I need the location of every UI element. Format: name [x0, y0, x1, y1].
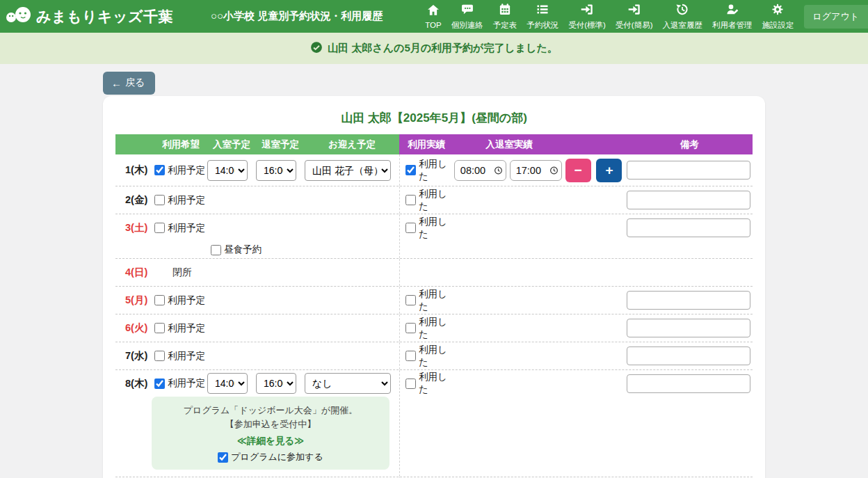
home-icon — [426, 3, 440, 19]
program-notice: プログラム「ドッジボール大会」が開催。 【参加申込を受付中】 ≪詳細を見る≫ プ… — [152, 397, 389, 470]
nav-top[interactable]: TOP — [420, 2, 446, 31]
left-arrow-icon: ← — [111, 77, 122, 89]
plan-checkbox[interactable] — [154, 379, 165, 389]
used-checkbox[interactable] — [405, 165, 416, 175]
date-label: 7(水) — [125, 349, 154, 363]
nav-reservation-status[interactable]: 予約状況 — [522, 1, 563, 32]
pickup-select[interactable]: なし — [305, 373, 391, 394]
page-title: ○○小学校 児童別予約状況・利用履歴 — [173, 10, 420, 23]
plan-checkbox-label: 利用予定 — [154, 164, 207, 177]
plan-checkbox[interactable] — [154, 195, 165, 205]
program-title: プログラム「ドッジボール大会」が開催。 — [157, 404, 384, 417]
card-title: 山田 太郎【2025年5月】(昼間の部) — [103, 96, 765, 134]
plan-checkbox-label: 利用予定 — [154, 377, 207, 390]
actual-in-time-input[interactable] — [454, 160, 506, 181]
date-label: 2(金) — [125, 193, 154, 207]
date-label: 4(日) — [125, 266, 154, 279]
date-label: 5(月) — [125, 294, 154, 307]
used-checkbox[interactable] — [405, 223, 416, 233]
entry-time-select[interactable]: 14:00 — [207, 160, 248, 181]
app-logo[interactable]: みまもりキッズ千葉 — [0, 5, 173, 29]
plan-checkbox-label: 利用予定 — [154, 194, 207, 207]
program-join-label: プログラムに参加する — [157, 451, 384, 463]
col-entry: 入室予定 — [207, 138, 256, 151]
reservation-card: 山田 太郎【2025年5月】(昼間の部) 利用希望 入室予定 退室予定 お迎え予… — [103, 96, 765, 478]
used-checkbox-label: 利用した — [400, 158, 454, 183]
note-input[interactable] — [627, 291, 750, 310]
note-input[interactable] — [627, 346, 750, 365]
used-checkbox-label: 利用した — [400, 371, 454, 396]
table-row: 8(木) 利用予定 14:00 16:00 なし プログラム「ドッジボール大会」… — [115, 370, 753, 477]
nav-individual-contact[interactable]: 個別連絡 — [447, 1, 488, 32]
table-row: 7(水) 利用予定 利用した — [115, 342, 753, 370]
plan-header-group: 利用希望 入室予定 退室予定 お迎え予定 — [115, 134, 399, 154]
nav-entry-exit-history[interactable]: 入退室履歴 — [657, 1, 707, 32]
reservation-table: 利用希望 入室予定 退室予定 お迎え予定 利用実績 入退室実績 備考 1(木) … — [115, 134, 753, 478]
program-join-checkbox[interactable] — [218, 452, 228, 463]
plan-checkbox-label: 利用予定 — [154, 350, 207, 363]
note-input[interactable] — [627, 319, 750, 337]
plan-checkbox-label: 利用予定 — [154, 322, 207, 335]
col-exit: 退室予定 — [256, 138, 305, 151]
date-label: 8(木) — [125, 377, 154, 390]
top-bar: みまもりキッズ千葉 ○○小学校 児童別予約状況・利用履歴 TOP 個別連絡 予定… — [0, 0, 868, 33]
nav-user-management[interactable]: 利用者管理 — [707, 1, 757, 32]
used-checkbox-label: 利用した — [400, 344, 454, 369]
col-plan: 利用希望 — [154, 138, 207, 151]
pickup-select[interactable]: 山田 花子（母） — [305, 160, 391, 181]
list-icon — [536, 3, 549, 19]
used-checkbox[interactable] — [405, 351, 416, 361]
plan-checkbox[interactable] — [154, 223, 165, 233]
date-label: 1(木) — [125, 164, 154, 177]
plan-checkbox[interactable] — [154, 323, 165, 333]
date-label: 6(火) — [125, 321, 154, 335]
remove-time-row-button[interactable]: − — [565, 159, 591, 182]
main-nav: TOP 個別連絡 予定表 予約状況 受付(標準) — [420, 1, 868, 32]
actual-out-time-input[interactable] — [510, 160, 562, 181]
calendar-icon — [498, 3, 512, 19]
plan-checkbox-label: 利用予定 — [154, 294, 207, 307]
table-header: 利用希望 入室予定 退室予定 お迎え予定 利用実績 入退室実績 備考 — [115, 134, 753, 154]
plan-checkbox-label: 利用予定 — [154, 222, 207, 234]
logout-button[interactable]: ログアウト — [804, 5, 868, 29]
nav-checkin-standard[interactable]: 受付(標準) — [563, 1, 611, 32]
table-row: 1(木) 利用予定 14:00 16:00 山田 花子（母） 利用した — [115, 154, 753, 186]
note-input[interactable] — [627, 161, 750, 180]
note-input[interactable] — [627, 218, 750, 237]
plan-checkbox[interactable] — [154, 351, 165, 361]
program-details-link[interactable]: ≪詳細を見る≫ — [237, 435, 304, 447]
plan-checkbox[interactable] — [154, 165, 165, 175]
program-status: 【参加申込を受付中】 — [157, 417, 384, 431]
actual-header-group: 利用実績 入退室実績 備考 — [399, 134, 753, 154]
used-checkbox[interactable] — [405, 295, 416, 305]
col-times: 入退室実績 — [453, 138, 565, 151]
app-name: みまもりキッズ千葉 — [36, 7, 173, 26]
nav-checkin-simple[interactable]: 受付(簡易) — [611, 1, 658, 32]
note-input[interactable] — [627, 191, 750, 209]
used-checkbox[interactable] — [405, 195, 416, 205]
entry-time-select[interactable]: 14:00 — [207, 373, 248, 394]
mascot-logo-icon — [4, 5, 33, 29]
table-row: 3(土) 利用予定 昼食予約 利用した — [115, 214, 753, 259]
nav-facility-settings[interactable]: 施設設定 — [757, 1, 798, 32]
exit-time-select[interactable]: 16:00 — [256, 160, 296, 181]
exit-time-select[interactable]: 16:00 — [256, 373, 296, 394]
table-row: 5(月) 利用予定 利用した — [115, 287, 753, 314]
table-row: 4(日) 閉所 — [115, 259, 753, 287]
closed-label: 閉所 — [172, 266, 192, 279]
used-checkbox[interactable] — [405, 323, 416, 333]
lunch-checkbox-label: 昼食予約 — [211, 244, 262, 256]
used-checkbox[interactable] — [405, 379, 416, 389]
gear-icon — [771, 3, 785, 19]
sign-in-icon — [627, 3, 641, 19]
add-time-row-button[interactable]: + — [596, 159, 622, 182]
back-button[interactable]: ← 戻る — [103, 72, 155, 95]
plan-checkbox[interactable] — [154, 295, 165, 305]
lunch-checkbox[interactable] — [211, 245, 221, 255]
table-row: 2(金) 利用予定 利用した — [115, 186, 753, 214]
used-checkbox-label: 利用した — [400, 188, 454, 213]
col-pickup: お迎え予定 — [305, 138, 399, 151]
note-input[interactable] — [627, 374, 750, 393]
used-checkbox-label: 利用した — [400, 288, 454, 313]
nav-schedule[interactable]: 予定表 — [488, 1, 522, 32]
